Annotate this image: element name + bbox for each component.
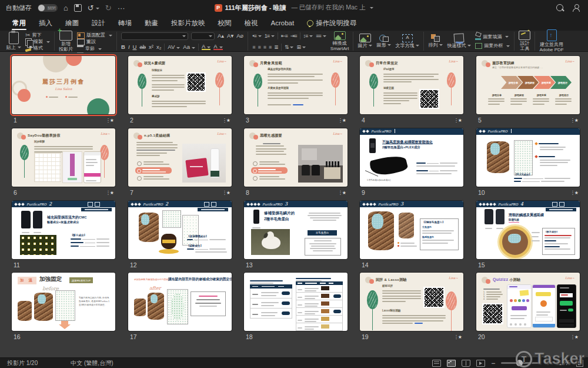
slide-counter: 投影片 1/20	[7, 359, 38, 367]
line-spacing-button[interactable]: ↕≡	[303, 33, 313, 39]
new-slide-button[interactable]: 新增投影片	[59, 31, 73, 52]
change-case-button[interactable]: Aa	[183, 44, 195, 50]
slide-thumbnail-4[interactable]: 日常作業規定 Lisa~ iPad使用 追蹤意願	[360, 56, 463, 114]
tab-review[interactable]: 校閱	[212, 15, 238, 31]
paste-button[interactable]: 貼上	[6, 32, 21, 51]
slide-thumbnail-18[interactable]	[244, 273, 348, 331]
save-status[interactable]: — 已儲存到 在我的 Mac 上	[291, 4, 365, 12]
slide-thumbnail-15[interactable]: PurificaPRO4 滑順的觸感及質感延續 防潮毛躁 【配方成分】	[476, 201, 580, 259]
picture-button[interactable]: 圖片	[358, 34, 372, 49]
slide-thumbnail-16[interactable]: 加 溫 加強固定 讓填補&浸透力UP before 毛髮內部為自然的內脂, 外側…	[12, 273, 115, 331]
design-tools-button[interactable]: 設計工具	[519, 31, 530, 52]
quick-styles-button[interactable]: 快速樣式	[447, 34, 471, 49]
numbering-button[interactable]: 1≡	[265, 33, 275, 39]
autosave-toggle[interactable]: 關閉	[38, 4, 58, 12]
clear-format-button[interactable]: A⌀	[236, 33, 243, 39]
slide-thumbnail-20[interactable]: Quizizz 小測驗 Lisa~ 1. 2. 3. 4.	[476, 273, 580, 331]
keratin-badge: 羊毛角蛋白	[308, 230, 337, 236]
slide-thumbnail-11[interactable]: PurificaPRO2 補充因受損而流失的CMC 黏著成分+保濕,柔軟成分 【…	[12, 201, 115, 259]
section-button[interactable]: 章節	[77, 45, 112, 53]
format-painter-button[interactable]: 格式	[25, 46, 50, 51]
italic-button[interactable]: I	[128, 44, 130, 50]
cut-button[interactable]: ✂剪下	[25, 32, 50, 38]
subhead: 黏著成分+保濕,柔軟成分	[47, 220, 79, 224]
tab-home[interactable]: 常用	[6, 15, 32, 31]
adobe-pdf-button[interactable]: 建立並共用Adobe PDF	[539, 29, 563, 53]
zoom-out-button[interactable]: −	[491, 360, 495, 367]
reading-view-button[interactable]	[462, 360, 470, 367]
columns-button[interactable]: ≡≡	[316, 33, 326, 39]
textbox-button[interactable]: A 文字方塊	[395, 34, 419, 49]
font-family-select[interactable]	[121, 32, 188, 40]
search-icon[interactable]	[556, 4, 563, 11]
quizizz-screenshot	[507, 284, 532, 328]
underline-button[interactable]: U	[133, 44, 137, 50]
slide-thumbnail-6[interactable]: SayDou勤務表請假 Lisa~ 同步提醒	[12, 128, 115, 187]
subscript-button[interactable]: x₂	[156, 44, 161, 50]
tab-tell-me[interactable]: 操作說明搜尋	[300, 15, 363, 31]
slideshow-button[interactable]	[476, 360, 485, 367]
tab-slideshow[interactable]: 投影片放映	[165, 15, 212, 31]
language-indicator[interactable]: 中文 (繁體,台灣)	[71, 359, 113, 367]
distribute-button[interactable]: ≣	[274, 44, 278, 50]
tab-animations[interactable]: 動畫	[138, 15, 165, 31]
slide-title: 麗莎教育訓練	[492, 61, 514, 66]
shapes-button[interactable]: 圖形	[376, 34, 391, 48]
redo-icon[interactable]: ↻	[105, 4, 112, 12]
align-text-button[interactable]: ⊞	[296, 44, 306, 50]
character-spacing-button[interactable]: AV	[168, 44, 180, 50]
grow-font-button[interactable]: A▴	[218, 33, 224, 39]
slide-thumbnail-3[interactable]: 月費會員規範 Lisa~ 優惠金額說明的異動 月費會員使用期限	[244, 56, 348, 114]
text-direction-button[interactable]: ⇅	[285, 44, 294, 50]
strikethrough-button[interactable]: ab	[139, 44, 146, 50]
justify-button[interactable]: ≡	[269, 44, 271, 50]
reset-button[interactable]: 重設	[77, 39, 112, 45]
smartart-button[interactable]: 轉換成SmartArt	[330, 31, 349, 52]
align-right-button[interactable]: ≡	[263, 44, 266, 50]
slide-thumbnail-10[interactable]: PurificaPRO 【PLEX成分】	[476, 128, 580, 187]
tab-view[interactable]: 檢視	[238, 15, 265, 31]
decrease-indent-button[interactable]: ⇤≡	[281, 33, 288, 39]
slide-sorter-view-button[interactable]	[447, 360, 456, 367]
align-center-button[interactable]: ≡	[258, 44, 260, 50]
tab-draw[interactable]: 繪圖	[59, 15, 85, 31]
slide-thumbnail-12[interactable]: PurificaPRO2 【保濕彈潤成分】 【柔軟成分】	[128, 201, 232, 259]
tab-insert[interactable]: 插入	[32, 15, 59, 31]
layout-button[interactable]: 版面配置	[77, 32, 112, 39]
slide-thumbnail-19[interactable]: 回評 & Lasso測驗 Lisa~ 顧客回評 Lasso階段測驗	[360, 273, 463, 331]
font-size-select[interactable]	[191, 32, 215, 40]
tab-acrobat[interactable]: Acrobat	[265, 15, 301, 31]
slide-thumbnail-2[interactable]: 狀況&慶成謝 Lisa~ 現階狀況 慶成謝	[128, 56, 232, 114]
shrink-font-button[interactable]: A▾	[227, 33, 233, 39]
tab-design[interactable]: 設計	[85, 15, 112, 31]
font-color-button[interactable]: A	[213, 44, 222, 51]
shape-fill-button[interactable]: 圖案填滿	[475, 34, 510, 40]
slide-thumbnail-13[interactable]: PurificaPRO3 修補受損毛鱗片的 2種羊毛角蛋白 羊毛角蛋白	[244, 201, 348, 259]
bullets-button[interactable]: •≡	[252, 33, 261, 39]
bold-button[interactable]: B	[121, 44, 125, 50]
highlight-color-button[interactable]: A	[202, 44, 211, 51]
copy-button[interactable]: 複製	[25, 38, 50, 46]
share-presence-icon[interactable]	[573, 4, 580, 11]
save-icon[interactable]	[74, 4, 82, 12]
product-pouch	[485, 209, 493, 224]
slide-thumbnail-17[interactable]: 藉加熱時間,毛髮隨熱成分均勻固定 讓毛髮內部至外部的修補成分確實的固定住。 af…	[128, 273, 232, 331]
ribbon: 貼上 ✂剪下 複製 格式 新增投影片 版面配置 重設 章節 A▴ A▾ A⌀	[0, 31, 588, 52]
align-left-button[interactable]: ≡	[252, 44, 255, 50]
slide-thumbnail-8[interactable]: 黑曜光感護髮 Lisa~	[244, 128, 348, 187]
undo-icon[interactable]: ↺	[88, 4, 99, 12]
signature: Lisa~	[333, 132, 342, 135]
arrange-button[interactable]: 排列	[428, 34, 443, 48]
slide-thumbnail-14[interactable]: PurificaPRO3 【2種羊毛角蛋白】 生角蛋白 熱感角蛋白	[360, 201, 463, 259]
slide-thumbnail-7[interactable]: n.p5.1柔絲結構 Lisa~	[128, 128, 232, 187]
increase-indent-button[interactable]: ⇥≡	[290, 33, 297, 39]
slide-thumbnail-5[interactable]: 麗莎教育訓練 Lisa~ 建立「自我的學習養成是未來經營成功的關鍵」。 課程分享…	[476, 56, 580, 114]
tab-transitions[interactable]: 轉場	[112, 15, 138, 31]
shape-outline-button[interactable]: 圖案外框	[475, 43, 510, 49]
home-icon[interactable]: ⌂	[64, 4, 68, 12]
slide-thumbnail-9[interactable]: PurificaPRO 不論高度損傷,結構鬆散皆能強化 2種羽毛角蛋白+PLEX…	[360, 128, 463, 187]
superscript-button[interactable]: x²	[149, 44, 153, 50]
slide-thumbnail-1[interactable]: 麗莎三月例會 Lisa Salon	[12, 56, 115, 114]
ribbon-tabs: 常用 插入 繪圖 設計 轉場 動畫 投影片放映 校閱 檢視 Acrobat 操作…	[0, 15, 588, 31]
normal-view-button[interactable]	[432, 360, 441, 367]
